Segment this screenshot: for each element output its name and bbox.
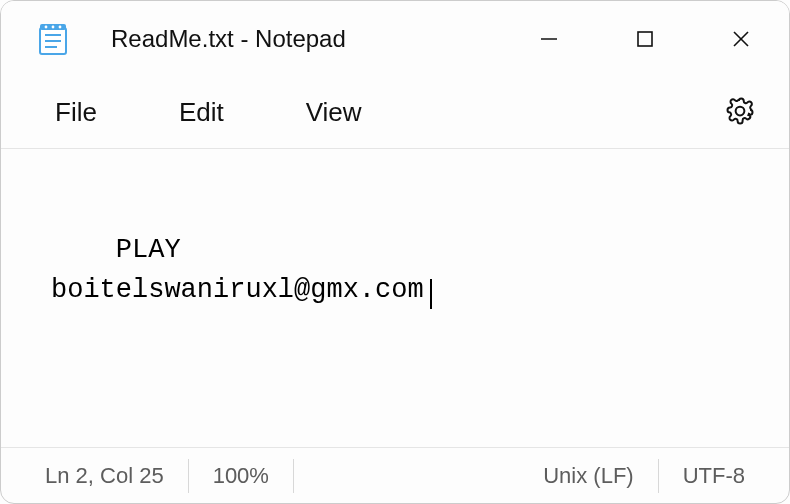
settings-button[interactable] (725, 96, 755, 130)
gear-icon (725, 96, 755, 126)
menubar: File Edit View (1, 77, 789, 149)
menu-file[interactable]: File (43, 89, 109, 136)
svg-rect-9 (638, 32, 652, 46)
status-line-ending: Unix (LF) (519, 459, 658, 493)
maximize-button[interactable] (597, 1, 693, 77)
text-line-2: boitelswaniruxl@gmx.com (51, 275, 424, 305)
text-area[interactable]: pc risk.com PLAY boitelswaniruxl@gmx.com (1, 149, 789, 447)
svg-point-5 (45, 26, 48, 29)
titlebar: ReadMe.txt - Notepad (1, 1, 789, 77)
text-line-1: PLAY (116, 235, 181, 265)
window-title: ReadMe.txt - Notepad (111, 25, 346, 53)
text-caret (430, 279, 432, 309)
svg-point-6 (52, 26, 55, 29)
notepad-window: ReadMe.txt - Notepad File Edit View (0, 0, 790, 504)
status-position: Ln 2, Col 25 (21, 459, 189, 493)
status-encoding: UTF-8 (659, 459, 769, 493)
menu-edit[interactable]: Edit (167, 89, 236, 136)
window-controls (501, 1, 789, 77)
status-zoom[interactable]: 100% (189, 459, 294, 493)
statusbar: Ln 2, Col 25 100% Unix (LF) UTF-8 (1, 447, 789, 503)
svg-point-7 (59, 26, 62, 29)
minimize-button[interactable] (501, 1, 597, 77)
notepad-icon (35, 21, 71, 57)
close-button[interactable] (693, 1, 789, 77)
menu-view[interactable]: View (294, 89, 374, 136)
